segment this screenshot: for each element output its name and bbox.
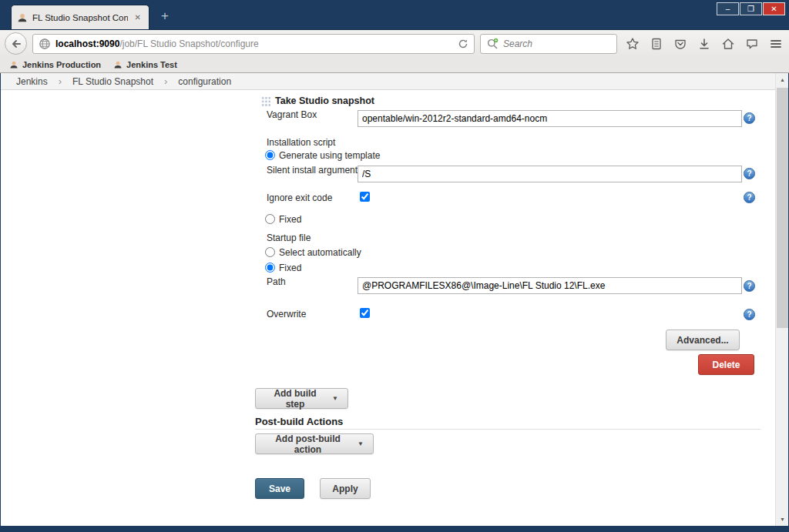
select-automatically-label[interactable]: Select automatically (279, 247, 361, 258)
advanced-button-label: Advanced... (677, 335, 728, 346)
breadcrumb: Jenkins › FL Studio Snapshot › configura… (1, 73, 788, 90)
delete-button[interactable]: Delete (698, 354, 754, 375)
browser-tab[interactable]: FL Studio Snapshot Confi... ✕ (11, 5, 149, 29)
bookmarks-menu-icon[interactable] (650, 37, 663, 51)
close-button[interactable]: ✕ (763, 2, 785, 15)
vertical-scrollbar[interactable]: ▲ ▼ (775, 73, 788, 526)
generate-using-template-label[interactable]: Generate using template (279, 150, 380, 161)
search-bar[interactable]: Search (480, 34, 617, 54)
url-path: /job/FL Studio Snapshot/configure (119, 38, 258, 49)
silent-install-label: Silent install arguments (267, 165, 362, 176)
add-post-build-action-button[interactable]: Add post-build action ▼ (255, 433, 374, 454)
jenkins-favicon-icon (9, 60, 18, 69)
hello-chat-icon[interactable] (745, 37, 759, 51)
new-tab-button[interactable]: + (154, 8, 176, 26)
tab-close-icon[interactable]: ✕ (133, 12, 143, 22)
navigation-toolbar: localhost:9090/job/FL Studio Snapshot/co… (0, 29, 789, 57)
help-icon[interactable]: ? (744, 309, 755, 320)
add-build-step-button[interactable]: Add build step ▼ (255, 388, 348, 409)
path-label: Path (267, 276, 286, 287)
menu-icon[interactable] (769, 37, 783, 51)
back-button[interactable] (5, 32, 27, 55)
help-icon[interactable]: ? (744, 280, 755, 292)
url-host: localhost:9090 (55, 38, 119, 49)
fixed-install-radio[interactable] (265, 214, 275, 224)
drag-handle-icon[interactable] (261, 96, 271, 107)
path-input[interactable] (358, 277, 742, 294)
advanced-button[interactable]: Advanced... (666, 330, 740, 350)
toolbar-icons (626, 37, 783, 51)
site-identity-globe-icon[interactable] (39, 38, 51, 50)
bookmark-label: Jenkins Test (126, 60, 177, 69)
save-button[interactable]: Save (255, 478, 304, 499)
help-icon[interactable]: ? (744, 168, 755, 179)
fixed-startup-label[interactable]: Fixed (279, 263, 301, 273)
url-text: localhost:9090/job/FL Studio Snapshot/co… (55, 38, 259, 49)
downloads-icon[interactable] (697, 37, 711, 51)
add-build-step-label: Add build step (265, 388, 325, 410)
bookmark-jenkins-production[interactable]: Jenkins Production (4, 59, 106, 70)
scroll-down-icon[interactable]: ▼ (776, 513, 788, 526)
jenkins-favicon-icon (17, 12, 28, 23)
help-icon[interactable]: ? (744, 112, 755, 124)
window-controls: – ❐ ✕ (717, 2, 785, 15)
add-post-build-action-label: Add post-build action (265, 433, 351, 455)
scrollbar-thumb[interactable] (777, 88, 788, 328)
apply-button[interactable]: Apply (320, 478, 371, 499)
maximize-button[interactable]: ❐ (740, 2, 762, 15)
installation-script-label: Installation script (267, 137, 335, 148)
search-placeholder: Search (503, 38, 532, 49)
dropdown-caret-icon: ▼ (358, 440, 364, 447)
bookmarks-toolbar: Jenkins Production Jenkins Test (0, 57, 789, 73)
url-bar[interactable]: localhost:9090/job/FL Studio Snapshot/co… (32, 34, 475, 54)
vagrant-box-input[interactable] (358, 110, 742, 127)
silent-install-input[interactable] (358, 166, 742, 182)
overwrite-checkbox[interactable] (360, 308, 370, 318)
tab-title: FL Studio Snapshot Confi... (32, 13, 128, 22)
breadcrumb-jenkins[interactable]: Jenkins (16, 76, 48, 87)
help-icon[interactable]: ? (744, 192, 755, 203)
ignore-exit-code-checkbox[interactable] (360, 192, 370, 202)
bookmark-star-icon[interactable] (626, 37, 640, 51)
select-automatically-radio[interactable] (265, 247, 275, 257)
reload-icon[interactable] (458, 38, 468, 49)
vagrant-box-label: Vagrant Box (267, 109, 317, 120)
breadcrumb-job[interactable]: FL Studio Snapshot (72, 76, 153, 87)
overwrite-label: Overwrite (267, 309, 306, 320)
minimize-button[interactable]: – (717, 2, 739, 15)
fixed-startup-radio[interactable] (265, 263, 275, 273)
bookmark-label: Jenkins Production (22, 60, 101, 69)
scroll-up-icon[interactable]: ▲ (776, 73, 788, 86)
config-form: Take Studio snapshot Vagrant Box ? Insta… (1, 90, 788, 526)
delete-button-label: Delete (712, 360, 740, 370)
jenkins-favicon-icon (113, 60, 123, 69)
section-divider (255, 429, 760, 430)
page-viewport: Jenkins › FL Studio Snapshot › configura… (1, 73, 788, 526)
bookmark-jenkins-test[interactable]: Jenkins Test (108, 59, 183, 70)
generate-using-template-radio[interactable] (265, 150, 275, 160)
dropdown-caret-icon: ▼ (332, 395, 338, 402)
save-button-label: Save (269, 483, 290, 494)
search-icon[interactable] (486, 38, 499, 50)
window-bottom-border (0, 526, 789, 532)
browser-window: FL Studio Snapshot Confi... ✕ + – ❐ ✕ lo… (0, 0, 789, 532)
breadcrumb-separator-icon: › (59, 75, 62, 87)
breadcrumb-separator-icon: › (164, 75, 167, 87)
breadcrumb-configuration[interactable]: configuration (178, 76, 231, 87)
build-step-title: Take Studio snapshot (275, 95, 374, 106)
startup-file-label: Startup file (267, 233, 311, 243)
home-icon[interactable] (721, 37, 735, 51)
post-build-actions-heading: Post-build Actions (255, 416, 343, 427)
ignore-exit-code-label: Ignore exit code (267, 192, 332, 203)
fixed-install-label[interactable]: Fixed (279, 214, 301, 225)
apply-button-label: Apply (332, 483, 358, 494)
pocket-icon[interactable] (673, 37, 687, 51)
titlebar: FL Studio Snapshot Confi... ✕ + – ❐ ✕ (0, 0, 789, 29)
